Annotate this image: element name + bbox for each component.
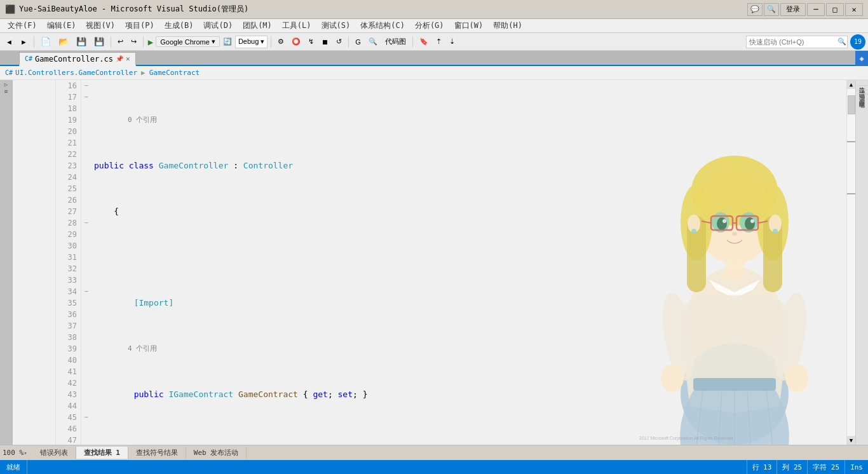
ln44: 44 <box>56 400 77 412</box>
tab-close-icon[interactable]: ✕ <box>126 55 130 63</box>
notification-icon[interactable]: 💬 <box>747 3 763 16</box>
menu-help[interactable]: 帮助(H) <box>488 19 527 32</box>
fold-28[interactable]: ─ <box>81 217 92 229</box>
menu-window[interactable]: 窗口(W) <box>449 19 489 32</box>
panel-icon: ◈ <box>859 54 864 63</box>
menu-file[interactable]: 文件(F) <box>3 19 42 32</box>
vertical-scrollbar[interactable]: ▲ ▼ <box>846 80 855 445</box>
deco-upload[interactable]: 拖拽上传 <box>858 81 866 84</box>
editor-tabs: C# GameController.cs 📌 ✕ ◈ <box>0 51 868 66</box>
menu-analyze[interactable]: 分析(G) <box>410 19 449 32</box>
scroll-down-arrow[interactable]: ▼ <box>847 436 855 445</box>
chrome-run-btn[interactable]: Google Chrome ▾ <box>156 36 220 47</box>
toolbar: ◄ ► 📄 📂 💾 💾 ↩ ↪ ▶ Google Chrome ▾ 🔄 Debu… <box>0 33 868 51</box>
code-area[interactable]: 16 17 18 19 20 21 22 23 24 25 26 27 28 2… <box>13 80 846 445</box>
fold-41 <box>81 366 92 377</box>
toolbar-extra5[interactable]: ↺ <box>333 35 345 49</box>
ln46: 46 <box>56 423 77 435</box>
fold-22 <box>81 149 92 160</box>
fold-16[interactable]: ─ <box>81 80 92 91</box>
menu-build[interactable]: 生成(B) <box>159 19 199 32</box>
toolbar-bm3[interactable]: ⇣ <box>446 35 458 49</box>
status-bar: 就绪 行 13 列 25 字符 25 Ins <box>0 460 868 474</box>
menu-view[interactable]: 视图(V) <box>81 19 120 32</box>
ln26: 26 <box>56 194 77 206</box>
status-col[interactable]: 列 25 <box>776 460 807 474</box>
toolbar-g1[interactable]: G <box>352 35 364 49</box>
fold-45[interactable]: ─ <box>81 412 92 423</box>
tab-gamecontroller[interactable]: C# GameController.cs 📌 ✕ <box>19 52 136 66</box>
margin-icon2: ≡ <box>4 88 8 95</box>
fold-34[interactable]: ─ <box>81 286 92 297</box>
quick-launch-area: 🔍 <box>746 36 846 48</box>
app-title: Yue-SaiBeautyAloe - Microsoft Visual Stu… <box>19 4 747 15</box>
btab-findresults[interactable]: 查找结果 1 <box>76 447 128 459</box>
menu-debug[interactable]: 调试(D) <box>198 19 238 32</box>
menu-arch[interactable]: 体系结构(C) <box>355 19 410 32</box>
gutter <box>13 80 56 445</box>
win-restore-btn[interactable]: □ <box>826 3 844 16</box>
toolbar-g2[interactable]: 🔍 <box>365 35 381 49</box>
fold-36 <box>81 309 92 320</box>
toolbar-bookmark[interactable]: 🔖 <box>416 35 431 49</box>
toolbar-forward-btn[interactable]: ► <box>17 35 31 49</box>
tab-pin-icon[interactable]: 📌 <box>116 55 123 62</box>
toolbar-back-btn[interactable]: ◄ <box>3 35 16 49</box>
breadcrumb-path[interactable]: UI.Controllers.GameController <box>15 69 137 77</box>
ln38: 38 <box>56 332 77 343</box>
toolbar-new-btn[interactable]: 📄 <box>37 35 54 49</box>
search-icon[interactable]: 🔍 <box>764 3 779 16</box>
debug-dropdown[interactable]: Debug ▾ <box>235 36 268 48</box>
toolbar-save-all-btn[interactable]: 💾 <box>91 35 107 49</box>
code-text[interactable]: 0 个引用 public class GameController : Cont… <box>92 80 846 445</box>
avatar-icon[interactable]: 19 <box>850 34 865 50</box>
fold-23 <box>81 160 92 172</box>
code-line-20: [Import] <box>94 297 846 309</box>
btab-webpublish[interactable]: Web 发布活动 <box>186 447 247 459</box>
status-line[interactable]: 行 13 <box>747 460 777 474</box>
refresh-icon[interactable]: 🔄 <box>221 37 234 46</box>
right-panel-toggle[interactable]: ◈ <box>855 51 868 66</box>
fold-39 <box>81 343 92 355</box>
toolbar-extra3[interactable]: ↯ <box>305 35 317 49</box>
fold-32 <box>81 263 92 274</box>
menu-tools[interactable]: 工具(L) <box>277 19 316 32</box>
scroll-up-arrow[interactable]: ▲ <box>847 80 855 89</box>
menu-edit[interactable]: 编辑(E) <box>42 19 81 32</box>
window-controls: 💬 🔍 登录 ─ □ ✕ <box>747 3 863 16</box>
scroll-track <box>847 89 855 436</box>
left-margin: ▷ ≡ <box>0 80 13 445</box>
btab-findsymbols[interactable]: 查找符号结果 <box>128 447 186 459</box>
win-close-btn[interactable]: ✕ <box>845 3 863 16</box>
menu-test[interactable]: 测试(S) <box>316 19 356 32</box>
win-min-btn[interactable]: ─ <box>807 3 825 16</box>
toolbar-bm2[interactable]: ⇡ <box>433 35 445 49</box>
toolbar-extra2[interactable]: ⭕ <box>288 35 304 49</box>
title-bar: ⬛ Yue-SaiBeautyAloe - Microsoft Visual S… <box>0 0 868 19</box>
breadcrumb-member[interactable]: GameContract <box>149 69 200 77</box>
toolbar-redo-btn[interactable]: ↪ <box>128 35 140 49</box>
zoom-control: 100 % ▾ <box>3 449 27 457</box>
zoom-dropdown[interactable]: ▾ <box>24 450 27 456</box>
toolbar-extra4[interactable]: ⏹ <box>318 35 332 49</box>
toolbar-save-btn[interactable]: 💾 <box>73 35 90 49</box>
status-ins[interactable]: Ins <box>844 460 868 474</box>
toolbar-extra1[interactable]: ⚙ <box>275 35 287 49</box>
scroll-thumb[interactable] <box>848 95 855 114</box>
menu-project[interactable]: 项目(P) <box>120 19 159 32</box>
toolbar-open-btn[interactable]: 📂 <box>55 35 72 49</box>
btab-errors[interactable]: 错误列表 <box>32 447 76 459</box>
login-btn[interactable]: 登录 <box>780 3 806 16</box>
toolbar-undo-btn[interactable]: ↩ <box>114 35 126 49</box>
status-ready: 就绪 <box>0 460 27 474</box>
status-char[interactable]: 字符 25 <box>807 460 844 474</box>
ln23: 23 <box>56 160 77 172</box>
search-icon-ql: 🔍 <box>837 37 846 46</box>
quick-launch-input[interactable] <box>746 36 848 48</box>
code-line-22: public IGameContract GameContract { get;… <box>94 389 846 400</box>
ln31: 31 <box>56 252 77 263</box>
fold-17[interactable]: ─ <box>81 91 92 103</box>
toolbar-code[interactable]: 代码图 <box>382 35 409 49</box>
menu-team[interactable]: 团队(M) <box>238 19 277 32</box>
code-line-ref16: 0 个引用 <box>94 114 846 126</box>
